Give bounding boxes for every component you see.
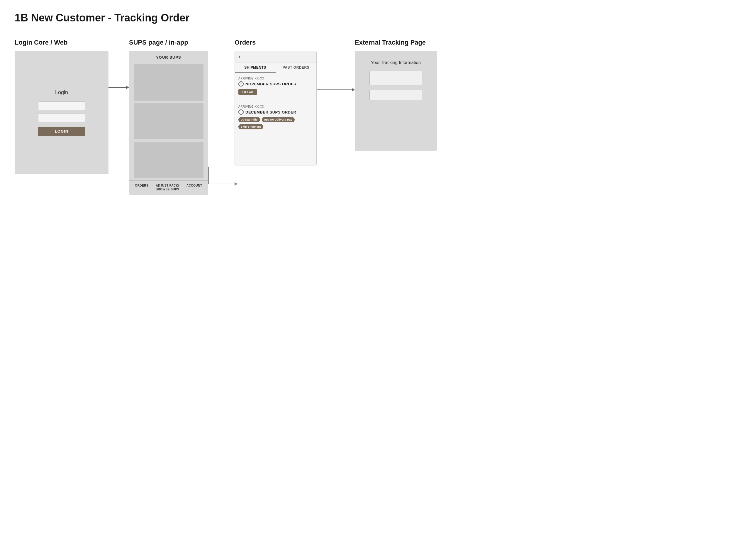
back-button[interactable]: ‹ bbox=[238, 54, 240, 60]
tab-past-orders[interactable]: PAST ORDERS bbox=[276, 62, 317, 73]
skip-shipment-button[interactable]: Skip Shipment bbox=[238, 124, 263, 129]
sups-orders-connector bbox=[208, 39, 235, 184]
shipment1-arriving: ARRIVING XX-XX bbox=[238, 77, 313, 80]
sups-header: YOUR SUPS bbox=[129, 51, 208, 62]
flow-container: Login Core / Web Login LOGIN SUPS page /… bbox=[15, 39, 718, 195]
orders-section-label: Orders bbox=[235, 39, 317, 46]
sups-panel: YOUR SUPS ORDERS ADJUST PACK/BROWSE SUPS… bbox=[129, 51, 208, 195]
login-panel: Login LOGIN bbox=[15, 51, 109, 174]
login-section: Login Core / Web Login LOGIN bbox=[15, 39, 109, 174]
sups-card-3 bbox=[134, 142, 204, 178]
track-to-external-arrow bbox=[317, 88, 355, 92]
nav-account[interactable]: ACCOUNT bbox=[187, 184, 202, 191]
update-delivery-day-button[interactable]: Update Delivery Day bbox=[262, 117, 295, 122]
external-tracking-section: External Tracking Page Your Tracking Inf… bbox=[355, 39, 437, 151]
order-actions: Update Pills Update Delivery Day Skip Sh… bbox=[238, 117, 313, 129]
shipment1-plus-icon[interactable]: + bbox=[238, 81, 244, 87]
login-button[interactable]: LOGIN bbox=[38, 127, 85, 136]
shipment2-title-row: + DECEMBER SUPS ORDER bbox=[238, 109, 313, 115]
orders-section: Orders ‹ SHIPMENTS PAST ORDERS ARRIVING … bbox=[235, 39, 317, 165]
sups-section-label: SUPS page / in-app bbox=[129, 39, 208, 46]
sups-card-2 bbox=[134, 103, 204, 139]
shipment2-plus-icon[interactable]: + bbox=[238, 109, 244, 115]
update-pills-button[interactable]: Update Pills bbox=[238, 117, 260, 122]
arrow-line bbox=[109, 87, 126, 88]
page-title: 1B New Customer - Tracking Order bbox=[15, 12, 718, 24]
orders-panel: ‹ SHIPMENTS PAST ORDERS ARRIVING XX-XX +… bbox=[235, 51, 317, 165]
nav-adjust[interactable]: ADJUST PACK/BROWSE SUPS bbox=[156, 184, 180, 191]
sups-nav: ORDERS ADJUST PACK/BROWSE SUPS ACCOUNT bbox=[129, 180, 208, 195]
login-password-input[interactable] bbox=[38, 113, 85, 122]
external-tracking-label: External Tracking Page bbox=[355, 39, 437, 46]
track-button[interactable]: TRACK bbox=[238, 89, 257, 95]
login-username-input[interactable] bbox=[38, 101, 85, 110]
shipment1-title: NOVEMBER SUPS ORDER bbox=[246, 82, 297, 86]
track-arrowhead bbox=[352, 88, 355, 92]
orders-tabs: SHIPMENTS PAST ORDERS bbox=[235, 62, 317, 73]
arrowhead bbox=[126, 86, 129, 89]
sups-content bbox=[129, 62, 208, 180]
login-to-sups-arrow bbox=[109, 39, 129, 89]
sups-card-1 bbox=[134, 64, 204, 101]
login-title: Login bbox=[55, 89, 68, 96]
tracking-input-1[interactable] bbox=[369, 71, 422, 85]
shipment2-arriving: ARRIVING XX-XX bbox=[238, 105, 313, 108]
shipment1-title-row: + NOVEMBER SUPS ORDER bbox=[238, 81, 313, 87]
order-divider bbox=[238, 102, 313, 102]
orders-body: ARRIVING XX-XX + NOVEMBER SUPS ORDER TRA… bbox=[235, 73, 317, 165]
tracking-title: Your Tracking Information bbox=[371, 60, 421, 65]
tracking-input-2[interactable] bbox=[369, 90, 422, 100]
login-section-label: Login Core / Web bbox=[15, 39, 109, 46]
bracket-line bbox=[208, 167, 235, 184]
nav-orders[interactable]: ORDERS bbox=[135, 184, 148, 191]
sups-section: SUPS page / in-app YOUR SUPS ORDERS ADJU… bbox=[129, 39, 208, 195]
tab-shipments[interactable]: SHIPMENTS bbox=[235, 62, 276, 73]
tracking-panel: Your Tracking Information bbox=[355, 51, 437, 151]
track-arrow-line bbox=[317, 89, 352, 90]
shipment2-title: DECEMBER SUPS ORDER bbox=[246, 110, 296, 114]
orders-topbar: ‹ bbox=[235, 51, 317, 62]
